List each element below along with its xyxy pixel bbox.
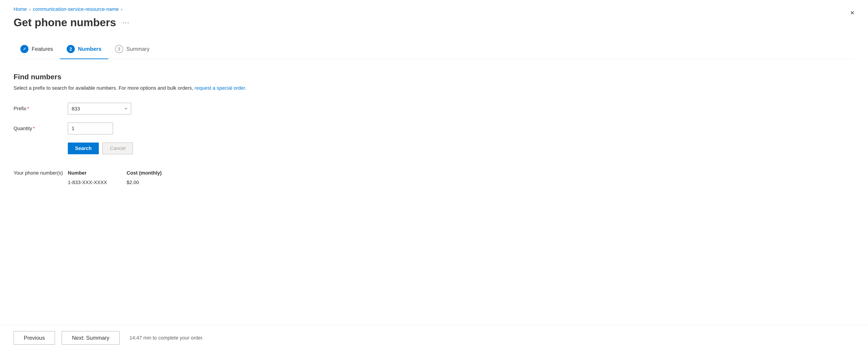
prefix-required-star: * [27, 106, 29, 111]
tab-summary-indicator: 3 [115, 45, 123, 53]
page-title: Get phone numbers [13, 16, 116, 29]
cell-number: 1-833-XXX-XXXX [68, 180, 127, 186]
prefix-select[interactable]: 800 833 844 855 866 877 888 [68, 103, 131, 115]
tab-features-label: Features [32, 46, 53, 52]
footer-time-text: 14:47 min to complete your order. [129, 335, 204, 341]
cell-cost: $2.00 [127, 180, 185, 186]
prefix-select-wrapper: 800 833 844 855 866 877 888 [68, 103, 131, 115]
find-numbers-desc-text: Select a prefix to search for available … [13, 85, 193, 91]
table-header-row: Number Cost (monthly) [68, 170, 204, 176]
col-header-number: Number [68, 170, 127, 176]
results-section: Your phone number(s) Number Cost (monthl… [13, 170, 855, 186]
tab-summary-label: Summary [126, 46, 150, 52]
find-numbers-title: Find numbers [13, 73, 855, 81]
search-btn-row: Search Cancel [68, 142, 855, 154]
results-table: Number Cost (monthly) 1-833-XXX-XXXX $2.… [68, 170, 204, 186]
next-summary-button[interactable]: Next: Summary [62, 331, 119, 345]
prefix-form-group: Prefix* 800 833 844 855 866 877 888 [13, 103, 855, 115]
col-header-cost: Cost (monthly) [127, 170, 185, 176]
find-numbers-desc: Select a prefix to search for available … [13, 85, 855, 91]
prefix-label: Prefix* [13, 106, 68, 111]
breadcrumb-home[interactable]: Home [13, 6, 27, 12]
page-header: Get phone numbers ··· [13, 16, 855, 29]
tab-features-indicator: ✓ [20, 45, 29, 53]
breadcrumb: Home › communication-service-resource-na… [13, 6, 855, 12]
tab-numbers-label: Numbers [78, 46, 101, 52]
quantity-form-group: Quantity* [13, 123, 855, 134]
close-button[interactable]: × [850, 9, 855, 16]
tab-summary-number: 3 [118, 46, 120, 52]
tab-features[interactable]: ✓ Features [13, 39, 60, 59]
tab-numbers-indicator: 2 [67, 45, 75, 53]
table-row: 1-833-XXX-XXXX $2.00 [68, 180, 204, 186]
tab-numbers-number: 2 [69, 46, 72, 52]
tab-summary[interactable]: 3 Summary [108, 39, 156, 59]
tabs-container: ✓ Features 2 Numbers 3 Summary [13, 39, 855, 59]
checkmark-icon: ✓ [23, 46, 26, 52]
previous-button[interactable]: Previous [13, 331, 55, 345]
breadcrumb-separator-2: › [121, 7, 123, 12]
search-button[interactable]: Search [68, 142, 99, 154]
tab-numbers[interactable]: 2 Numbers [60, 39, 108, 59]
cancel-button[interactable]: Cancel [102, 142, 133, 154]
quantity-required-star: * [33, 126, 35, 131]
special-order-link[interactable]: request a special order. [195, 85, 246, 91]
content-area: Find numbers Select a prefix to search f… [13, 73, 855, 186]
results-label: Your phone number(s) [13, 170, 68, 176]
breadcrumb-resource[interactable]: communication-service-resource-name [33, 6, 119, 12]
quantity-label: Quantity* [13, 126, 68, 131]
footer: Previous Next: Summary 14:47 min to comp… [0, 325, 868, 351]
breadcrumb-separator-1: › [29, 7, 31, 12]
quantity-input[interactable] [68, 123, 113, 134]
more-options-button[interactable]: ··· [121, 18, 131, 27]
